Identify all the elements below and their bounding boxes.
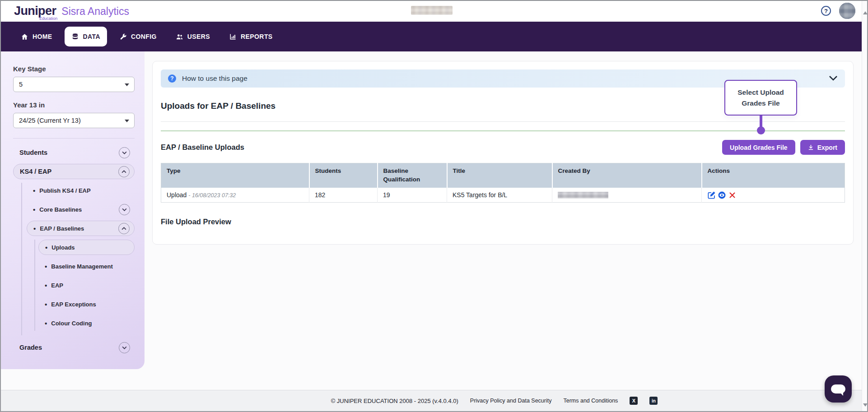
table-header-row: Type Students Baseline Qualification Tit… <box>161 163 845 188</box>
brand-logo[interactable]: Juniper Education Sisra Analytics <box>14 4 129 18</box>
divider-green <box>161 130 845 131</box>
year-select[interactable]: 24/25 (Current Yr 13) <box>13 113 135 128</box>
nav-config[interactable]: CONFIG <box>112 27 163 46</box>
sidebar-item-eap-exceptions[interactable]: • EAP Exceptions <box>38 296 135 312</box>
ks4-eap-children: • Publish KS4 / EAP • Core Baselines • E… <box>21 183 135 335</box>
bullet-icon: • <box>45 282 47 289</box>
x-social-icon[interactable]: X <box>630 397 638 405</box>
bullet-icon: • <box>33 206 35 213</box>
sidebar-item-colour-coding[interactable]: • Colour Coding <box>38 315 135 331</box>
sidebar-item-grades[interactable]: Grades <box>13 340 135 355</box>
copyright-text: © JUNIPER EDUCATION 2008 - 2025 (v.4.0.4… <box>331 398 458 404</box>
cell-type: Upload - 16/08/2023 07:32 <box>161 188 309 203</box>
logo-text: Juniper <box>14 4 56 18</box>
main-card: ? How to use this page Uploads for EAP /… <box>152 61 854 245</box>
year-value: 24/25 (Current Yr 13) <box>19 117 81 124</box>
sidebar-item-eap-baselines[interactable]: • EAP / Baselines <box>27 221 135 236</box>
export-button[interactable]: Export <box>800 140 845 155</box>
header-actions: ? <box>821 0 855 22</box>
col-actions: Actions <box>702 163 845 188</box>
download-icon <box>808 144 814 150</box>
redacted-created-by <box>558 192 608 199</box>
sidebar-item-ks4-eap[interactable]: KS4 / EAP <box>13 164 135 179</box>
table-row: Upload - 16/08/2023 07:32 182 19 KS5 Tar… <box>161 188 845 203</box>
chevron-down-icon[interactable] <box>119 204 130 215</box>
nav-config-label: CONFIG <box>131 33 157 40</box>
nav-reports[interactable]: REPORTS <box>222 27 279 46</box>
nav-home[interactable]: HOME <box>14 27 59 46</box>
sidebar-item-eap[interactable]: • EAP <box>38 278 135 293</box>
col-baseline-qualification: Baseline Qualification <box>378 163 447 188</box>
file-upload-preview-title: File Upload Preview <box>161 218 845 226</box>
scroll-up-icon[interactable] <box>863 11 868 14</box>
cell-baseline-qualification: 19 <box>378 188 447 203</box>
vertical-scrollbar[interactable] <box>862 0 868 412</box>
divider <box>161 121 845 122</box>
sidebar: Key Stage 5 Year 13 in 24/25 (Current Yr… <box>0 51 145 369</box>
eap-baselines-children: • Uploads • Baseline Management • EAP • … <box>34 240 135 331</box>
footer: © JUNIPER EDUCATION 2008 - 2025 (v.4.0.4… <box>0 390 862 411</box>
chevron-down-icon[interactable] <box>829 74 838 83</box>
select-caret-icon <box>125 83 129 86</box>
view-icon[interactable] <box>718 191 726 199</box>
cell-title: KS5 Targets for B/L <box>447 188 552 203</box>
key-stage-label: Key Stage <box>13 65 135 73</box>
cell-actions <box>702 188 845 203</box>
logo-subtext: Education <box>39 16 57 21</box>
nav-data-label: DATA <box>83 33 100 40</box>
sidebar-item-core-baselines[interactable]: • Core Baselines <box>27 202 135 217</box>
edit-icon[interactable] <box>707 191 716 199</box>
bullet-icon: • <box>45 301 47 308</box>
privacy-policy-link[interactable]: Privacy Policy and Data Security <box>470 398 552 404</box>
cell-students: 182 <box>309 188 378 203</box>
sidebar-item-publish-ks4-eap[interactable]: • Publish KS4 / EAP <box>27 183 135 198</box>
help-banner-label: How to use this page <box>182 74 247 83</box>
section-title: EAP / Baseline Uploads <box>161 143 244 152</box>
chevron-down-icon[interactable] <box>119 147 130 158</box>
tooltip-connector-dot <box>757 126 765 134</box>
nav-data[interactable]: DATA <box>65 27 107 46</box>
help-icon[interactable]: ? <box>821 6 831 16</box>
col-created-by: Created By <box>552 163 702 188</box>
bullet-icon: • <box>33 225 36 232</box>
sidebar-tree: Students KS4 / EAP • Publish KS4 / EAP •… <box>13 145 135 355</box>
delete-icon[interactable] <box>728 191 737 199</box>
bullet-icon: • <box>45 263 47 270</box>
col-title: Title <box>447 163 552 188</box>
avatar[interactable] <box>839 3 855 19</box>
terms-link[interactable]: Terms and Conditions <box>563 398 618 404</box>
nav-home-label: HOME <box>33 33 52 40</box>
upload-type: Upload <box>167 191 187 199</box>
scroll-down-icon[interactable] <box>863 403 868 407</box>
col-students: Students <box>309 163 378 188</box>
sidebar-item-students[interactable]: Students <box>13 145 135 160</box>
upload-grades-file-button[interactable]: Upload Grades File <box>722 140 795 155</box>
section-row: EAP / Baseline Uploads Upload Grades Fil… <box>161 140 845 155</box>
nav-users-label: USERS <box>187 33 210 40</box>
tooltip-line-2: Grades File <box>729 98 793 109</box>
home-icon <box>21 33 28 41</box>
chevron-up-icon[interactable] <box>118 166 130 177</box>
year-label: Year 13 in <box>13 101 135 109</box>
chevron-down-icon[interactable] <box>119 342 130 353</box>
nav-users[interactable]: USERS <box>169 27 217 46</box>
app-header: Juniper Education Sisra Analytics ? <box>0 0 862 22</box>
question-circle-icon: ? <box>168 74 176 83</box>
col-type: Type <box>161 163 309 188</box>
key-stage-select[interactable]: 5 <box>13 77 135 92</box>
chart-icon <box>229 33 237 41</box>
select-caret-icon <box>125 120 129 122</box>
wrench-icon <box>119 33 127 41</box>
chat-widget-button[interactable] <box>825 375 852 403</box>
uploads-table: Type Students Baseline Qualification Tit… <box>161 163 845 203</box>
sidebar-divider <box>13 138 135 139</box>
linkedin-icon[interactable]: in <box>649 397 658 405</box>
sidebar-item-baseline-management[interactable]: • Baseline Management <box>38 259 135 274</box>
sidebar-item-uploads[interactable]: • Uploads <box>38 240 135 255</box>
bullet-icon: • <box>33 187 35 194</box>
bullet-icon: • <box>45 244 47 251</box>
upload-date: - 16/08/2023 07:32 <box>188 192 236 199</box>
nav-reports-label: REPORTS <box>241 33 272 40</box>
tooltip-line-1: Select Upload <box>729 87 793 98</box>
chevron-up-icon[interactable] <box>118 223 130 234</box>
